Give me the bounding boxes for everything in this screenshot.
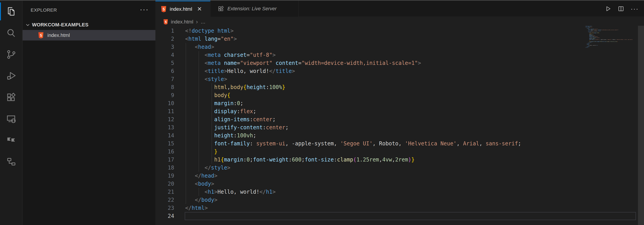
code-token: font-family: [214, 140, 250, 147]
code-token: [185, 52, 204, 58]
code-token: </: [269, 68, 276, 74]
code-text: <body>: [185, 180, 214, 188]
file-item-index-html[interactable]: 5 index.html: [22, 30, 156, 40]
code-token: ;: [250, 156, 253, 163]
split-editor-button[interactable]: [618, 5, 624, 12]
code-line-8[interactable]: 8 html,body{height:100%}: [156, 83, 644, 91]
code-line-18[interactable]: 18 </style>: [156, 164, 644, 172]
code-line-17[interactable]: 17 h1{margin:0;font-weight:600;font-size…: [156, 156, 644, 164]
code-token: 4vw: [382, 156, 392, 163]
code-line-16[interactable]: 16 }: [156, 148, 644, 156]
line-number: 15: [156, 140, 174, 148]
workspace-folder-row[interactable]: WORKCOM-EXAMPLES: [22, 20, 156, 30]
code-line-14[interactable]: 14 height:100vh;: [156, 132, 644, 140]
code-line-4[interactable]: 4 <meta charset="utf-8">: [156, 51, 644, 59]
close-tab-icon[interactable]: ✕: [197, 6, 202, 12]
code-token: justify-content: [214, 124, 263, 130]
code-line-13[interactable]: 13 justify-content:center;: [156, 124, 644, 132]
line-number: 8: [156, 83, 174, 91]
code-token: >: [234, 36, 237, 42]
code-token: >: [224, 68, 227, 74]
breadcrumb-item-more[interactable]: …: [200, 19, 206, 25]
code-token: html: [188, 36, 201, 42]
code-line-21[interactable]: 21 <h1>Hello, world!</h1>: [156, 188, 644, 196]
code-token: [185, 92, 214, 98]
code-line-24[interactable]: 24: [156, 212, 644, 220]
code-token: >: [224, 76, 227, 82]
run-button[interactable]: [605, 5, 611, 12]
line-number: 24: [156, 212, 174, 220]
code-token: :: [288, 156, 292, 163]
activity-item-source-control[interactable]: [0, 44, 22, 65]
code-token: meta: [208, 52, 221, 58]
code-line-11[interactable]: 11 display:flex;: [156, 107, 644, 116]
code-token: (: [353, 156, 356, 163]
code-token: ;: [518, 140, 521, 147]
breadcrumb: 5 index.html › …: [156, 17, 644, 27]
line-number: 10: [156, 99, 174, 107]
code-text: margin:0;: [185, 99, 243, 107]
code-line-12[interactable]: 12 align-items:center;: [156, 116, 644, 124]
code-token: =: [218, 36, 221, 42]
tab-index-html[interactable]: 5 index.html ✕: [156, 1, 210, 17]
code-line-2[interactable]: 2<html lang="en">: [156, 35, 644, 43]
code-text: body{: [185, 91, 230, 99]
code-token: [221, 60, 224, 66]
sidebar-title: EXPLORER: [31, 6, 147, 14]
tab-bar: 5 index.html ✕ Extension: Live Server: [156, 1, 644, 17]
code-token: =: [237, 60, 240, 66]
code-line-22[interactable]: 22 </body>: [156, 196, 644, 204]
code-line-19[interactable]: 19 </head>: [156, 172, 644, 180]
code-token: :: [263, 124, 266, 130]
line-number: 16: [156, 148, 174, 156]
line-number: 7: [156, 75, 174, 83]
code-line-7[interactable]: 7 <style>: [156, 75, 644, 83]
activity-item-extensions[interactable]: [0, 86, 22, 108]
code-token: >: [230, 28, 234, 34]
code-text: </html>: [185, 204, 208, 212]
activity-item-remote-explorer[interactable]: [0, 108, 22, 130]
activity-item-explorer[interactable]: [0, 1, 22, 22]
explorer-more-actions-button[interactable]: ···: [140, 5, 149, 14]
code-token: =: [247, 52, 250, 58]
code-token: 100vh: [237, 132, 253, 139]
code-line-20[interactable]: 20 <body>: [156, 180, 644, 188]
activity-item-hierarchy[interactable]: [0, 151, 22, 172]
activity-item-flags[interactable]: [0, 130, 22, 151]
code-line-5[interactable]: 5 <meta name="viewport" content="width=d…: [156, 59, 644, 67]
code-token: style: [208, 76, 224, 82]
code-token: 600: [292, 156, 302, 163]
code-line-1[interactable]: 1<!doctype html>: [156, 27, 644, 35]
more-actions-button[interactable]: ···: [630, 5, 639, 12]
breadcrumb-item-file[interactable]: index.html: [171, 19, 193, 25]
code-line-15[interactable]: 15 font-family: system-ui, -apple-system…: [156, 140, 644, 148]
code-token: <: [185, 36, 188, 42]
code-line-6[interactable]: 6 <title>Hello, world!</title>: [156, 67, 644, 75]
code-line-10[interactable]: 10 margin:0;: [156, 99, 644, 107]
current-line-highlight: [185, 212, 636, 220]
code-token: sans-serif: [486, 140, 518, 147]
code-token: </: [260, 189, 266, 195]
code-token: h1: [214, 156, 221, 163]
code-token: <: [195, 44, 198, 50]
code-line-3[interactable]: 3 <head>: [156, 43, 644, 51]
code-editor[interactable]: 1<!doctype html>2<html lang="en">3 <head…: [156, 27, 644, 225]
code-text: display:flex;: [185, 107, 256, 116]
code-token: body: [214, 92, 227, 98]
code-token: [185, 197, 195, 203]
tab-extension-live-server[interactable]: Extension: Live Server: [210, 1, 298, 17]
activity-item-run-debug[interactable]: [0, 65, 22, 86]
code-text: <h1>Hello, world!</h1>: [185, 188, 276, 196]
line-number: 14: [156, 132, 174, 140]
activity-bar: [0, 1, 22, 225]
code-line-9[interactable]: 9 body{: [156, 91, 644, 99]
code-line-23[interactable]: 23</html>: [156, 204, 644, 212]
activity-item-search[interactable]: [0, 22, 22, 44]
code-token: >: [211, 181, 214, 187]
vertical-scrollbar[interactable]: [638, 26, 644, 225]
code-token: body: [201, 197, 214, 203]
code-text: <html lang="en">: [185, 35, 237, 43]
code-token: {: [227, 92, 230, 98]
code-token: ,: [479, 140, 486, 147]
code-text: </style>: [185, 164, 230, 172]
